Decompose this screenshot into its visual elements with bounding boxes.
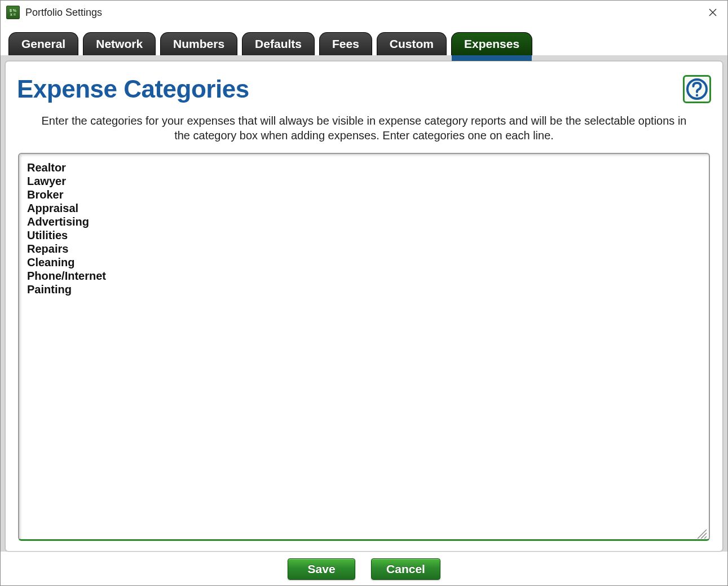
tab-numbers[interactable]: Numbers bbox=[160, 32, 237, 55]
categories-textarea[interactable] bbox=[18, 153, 710, 541]
tab-custom[interactable]: Custom bbox=[377, 32, 447, 55]
page-title: Expense Categories bbox=[17, 75, 249, 103]
content-wrap: Expense Categories Enter the categories … bbox=[1, 55, 727, 552]
settings-window: $ % x = Portfolio Settings General Netwo… bbox=[0, 0, 728, 586]
tab-general[interactable]: General bbox=[8, 32, 78, 55]
help-icon bbox=[686, 78, 708, 100]
svg-point-3 bbox=[696, 94, 698, 96]
tab-fees[interactable]: Fees bbox=[319, 32, 372, 55]
tab-defaults[interactable]: Defaults bbox=[242, 32, 315, 55]
page-description: Enter the categories for your expenses t… bbox=[34, 113, 694, 143]
close-icon bbox=[708, 8, 717, 17]
save-button[interactable]: Save bbox=[288, 558, 355, 580]
close-button[interactable] bbox=[704, 3, 722, 21]
app-icon: $ % x = bbox=[6, 6, 20, 19]
title-bar: $ % x = Portfolio Settings bbox=[1, 1, 727, 24]
tab-expenses[interactable]: Expenses bbox=[451, 32, 532, 55]
tab-network[interactable]: Network bbox=[83, 32, 156, 55]
help-button[interactable] bbox=[683, 75, 711, 103]
tab-strip: General Network Numbers Defaults Fees Cu… bbox=[1, 24, 727, 55]
button-row: Save Cancel bbox=[1, 552, 727, 585]
window-title: Portfolio Settings bbox=[25, 7, 102, 19]
cancel-button[interactable]: Cancel bbox=[371, 558, 440, 580]
panel-header: Expense Categories bbox=[17, 75, 711, 103]
categories-field-wrap bbox=[17, 152, 711, 542]
content-panel: Expense Categories Enter the categories … bbox=[5, 61, 723, 552]
